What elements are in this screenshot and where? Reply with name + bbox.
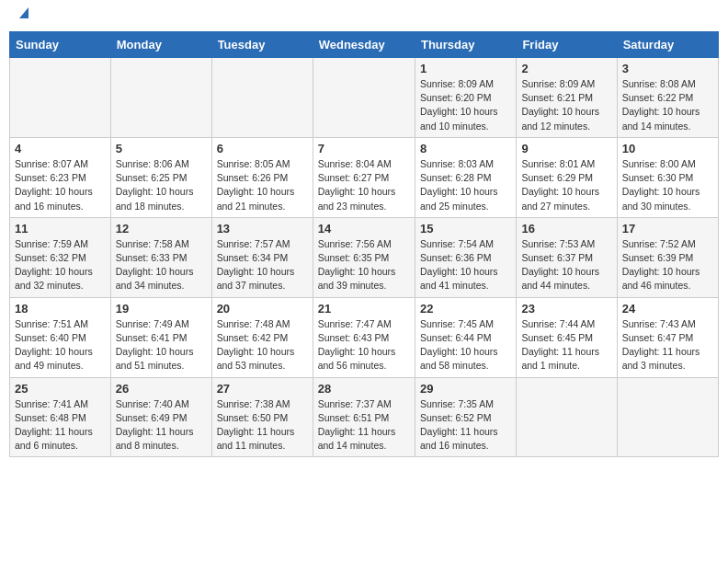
weekday-header-saturday: Saturday — [617, 32, 718, 58]
day-number: 8 — [420, 142, 511, 155]
calendar-cell: 24Sunrise: 7:43 AM Sunset: 6:47 PM Dayli… — [617, 297, 718, 377]
calendar-cell: 26Sunrise: 7:40 AM Sunset: 6:49 PM Dayli… — [110, 377, 211, 457]
day-info: Sunrise: 8:03 AM Sunset: 6:28 PM Dayligh… — [420, 157, 511, 213]
day-number: 25 — [15, 382, 106, 396]
calendar-cell — [110, 58, 211, 138]
calendar-cell — [10, 58, 111, 138]
day-number: 1 — [420, 62, 511, 75]
day-number: 27 — [217, 382, 308, 396]
weekday-header-row: SundayMondayTuesdayWednesdayThursdayFrid… — [10, 32, 719, 58]
day-number: 15 — [420, 222, 511, 236]
calendar-cell: 2Sunrise: 8:09 AM Sunset: 6:21 PM Daylig… — [517, 58, 617, 138]
day-info: Sunrise: 7:49 AM Sunset: 6:41 PM Dayligh… — [116, 317, 207, 373]
calendar-cell: 5Sunrise: 8:06 AM Sunset: 6:25 PM Daylig… — [110, 137, 211, 217]
day-number: 24 — [622, 302, 713, 316]
calendar-cell: 28Sunrise: 7:37 AM Sunset: 6:51 PM Dayli… — [313, 377, 415, 457]
day-info: Sunrise: 7:59 AM Sunset: 6:32 PM Dayligh… — [15, 237, 106, 293]
calendar-cell: 10Sunrise: 8:00 AM Sunset: 6:30 PM Dayli… — [617, 137, 718, 217]
calendar-cell — [617, 377, 718, 457]
day-number: 21 — [318, 302, 410, 316]
day-number: 3 — [622, 62, 713, 75]
weekday-header-sunday: Sunday — [10, 32, 111, 58]
day-info: Sunrise: 7:35 AM Sunset: 6:52 PM Dayligh… — [420, 397, 511, 454]
day-info: Sunrise: 7:47 AM Sunset: 6:43 PM Dayligh… — [318, 317, 410, 373]
day-number: 2 — [521, 62, 611, 75]
weekday-header-monday: Monday — [110, 32, 211, 58]
logo-triangle-icon — [16, 4, 32, 20]
day-number: 10 — [622, 142, 713, 155]
calendar-cell: 6Sunrise: 8:05 AM Sunset: 6:26 PM Daylig… — [211, 137, 313, 217]
day-info: Sunrise: 7:51 AM Sunset: 6:40 PM Dayligh… — [15, 317, 106, 373]
week-row-5: 25Sunrise: 7:41 AM Sunset: 6:48 PM Dayli… — [10, 377, 719, 457]
day-number: 23 — [521, 302, 611, 316]
week-row-1: 1Sunrise: 8:09 AM Sunset: 6:20 PM Daylig… — [10, 58, 719, 138]
day-info: Sunrise: 8:08 AM Sunset: 6:22 PM Dayligh… — [622, 77, 713, 133]
calendar-cell: 20Sunrise: 7:48 AM Sunset: 6:42 PM Dayli… — [211, 297, 313, 377]
calendar-cell: 16Sunrise: 7:53 AM Sunset: 6:37 PM Dayli… — [517, 217, 617, 297]
calendar-cell: 23Sunrise: 7:44 AM Sunset: 6:45 PM Dayli… — [517, 297, 617, 377]
day-number: 6 — [217, 142, 308, 155]
day-info: Sunrise: 7:58 AM Sunset: 6:33 PM Dayligh… — [116, 237, 207, 293]
day-number: 26 — [116, 382, 207, 396]
day-info: Sunrise: 7:37 AM Sunset: 6:51 PM Dayligh… — [318, 397, 410, 454]
calendar-cell: 7Sunrise: 8:04 AM Sunset: 6:27 PM Daylig… — [313, 137, 415, 217]
calendar-cell: 1Sunrise: 8:09 AM Sunset: 6:20 PM Daylig… — [415, 58, 516, 138]
day-info: Sunrise: 7:57 AM Sunset: 6:34 PM Dayligh… — [217, 237, 308, 293]
day-number: 12 — [116, 222, 207, 236]
day-info: Sunrise: 8:00 AM Sunset: 6:30 PM Dayligh… — [622, 157, 713, 213]
day-info: Sunrise: 7:52 AM Sunset: 6:39 PM Dayligh… — [622, 237, 713, 293]
weekday-header-friday: Friday — [517, 32, 617, 58]
day-number: 29 — [420, 382, 511, 396]
day-info: Sunrise: 8:05 AM Sunset: 6:26 PM Dayligh… — [217, 157, 308, 213]
weekday-header-tuesday: Tuesday — [211, 32, 313, 58]
calendar-cell: 27Sunrise: 7:38 AM Sunset: 6:50 PM Dayli… — [211, 377, 313, 457]
day-number: 14 — [318, 222, 410, 236]
calendar-cell: 22Sunrise: 7:45 AM Sunset: 6:44 PM Dayli… — [415, 297, 516, 377]
calendar-cell: 3Sunrise: 8:08 AM Sunset: 6:22 PM Daylig… — [617, 58, 718, 138]
day-number: 19 — [116, 302, 207, 316]
day-info: Sunrise: 8:09 AM Sunset: 6:20 PM Dayligh… — [420, 77, 511, 133]
day-info: Sunrise: 8:01 AM Sunset: 6:29 PM Dayligh… — [521, 157, 611, 213]
week-row-3: 11Sunrise: 7:59 AM Sunset: 6:32 PM Dayli… — [10, 217, 719, 297]
day-number: 13 — [217, 222, 308, 236]
calendar-cell — [211, 58, 313, 138]
day-number: 7 — [318, 142, 410, 155]
calendar-cell — [517, 377, 617, 457]
calendar-cell: 4Sunrise: 8:07 AM Sunset: 6:23 PM Daylig… — [10, 137, 111, 217]
calendar-cell: 14Sunrise: 7:56 AM Sunset: 6:35 PM Dayli… — [313, 217, 415, 297]
svg-marker-0 — [19, 7, 28, 18]
calendar-cell: 15Sunrise: 7:54 AM Sunset: 6:36 PM Dayli… — [415, 217, 516, 297]
day-info: Sunrise: 8:06 AM Sunset: 6:25 PM Dayligh… — [116, 157, 207, 213]
header — [9, 9, 719, 24]
day-number: 5 — [116, 142, 207, 155]
day-number: 28 — [318, 382, 410, 396]
day-number: 20 — [217, 302, 308, 316]
calendar-cell: 17Sunrise: 7:52 AM Sunset: 6:39 PM Dayli… — [617, 217, 718, 297]
calendar-table: SundayMondayTuesdayWednesdayThursdayFrid… — [9, 31, 719, 457]
weekday-header-thursday: Thursday — [415, 32, 516, 58]
calendar-cell: 11Sunrise: 7:59 AM Sunset: 6:32 PM Dayli… — [10, 217, 111, 297]
day-info: Sunrise: 7:54 AM Sunset: 6:36 PM Dayligh… — [420, 237, 511, 293]
day-info: Sunrise: 7:53 AM Sunset: 6:37 PM Dayligh… — [521, 237, 611, 293]
calendar-cell — [313, 58, 415, 138]
day-number: 9 — [521, 142, 611, 155]
day-number: 11 — [15, 222, 106, 236]
day-info: Sunrise: 7:45 AM Sunset: 6:44 PM Dayligh… — [420, 317, 511, 373]
day-info: Sunrise: 8:04 AM Sunset: 6:27 PM Dayligh… — [318, 157, 410, 213]
day-number: 17 — [622, 222, 713, 236]
calendar-cell: 9Sunrise: 8:01 AM Sunset: 6:29 PM Daylig… — [517, 137, 617, 217]
calendar-cell: 13Sunrise: 7:57 AM Sunset: 6:34 PM Dayli… — [211, 217, 313, 297]
week-row-4: 18Sunrise: 7:51 AM Sunset: 6:40 PM Dayli… — [10, 297, 719, 377]
day-info: Sunrise: 8:07 AM Sunset: 6:23 PM Dayligh… — [15, 157, 106, 213]
day-info: Sunrise: 8:09 AM Sunset: 6:21 PM Dayligh… — [521, 77, 611, 133]
day-info: Sunrise: 7:43 AM Sunset: 6:47 PM Dayligh… — [622, 317, 713, 373]
calendar-cell: 8Sunrise: 8:03 AM Sunset: 6:28 PM Daylig… — [415, 137, 516, 217]
day-info: Sunrise: 7:41 AM Sunset: 6:48 PM Dayligh… — [15, 397, 106, 454]
day-info: Sunrise: 7:38 AM Sunset: 6:50 PM Dayligh… — [217, 397, 308, 454]
day-info: Sunrise: 7:48 AM Sunset: 6:42 PM Dayligh… — [217, 317, 308, 373]
calendar-cell: 19Sunrise: 7:49 AM Sunset: 6:41 PM Dayli… — [110, 297, 211, 377]
calendar-cell: 18Sunrise: 7:51 AM Sunset: 6:40 PM Dayli… — [10, 297, 111, 377]
weekday-header-wednesday: Wednesday — [313, 32, 415, 58]
calendar-cell: 25Sunrise: 7:41 AM Sunset: 6:48 PM Dayli… — [10, 377, 111, 457]
logo — [13, 9, 32, 24]
